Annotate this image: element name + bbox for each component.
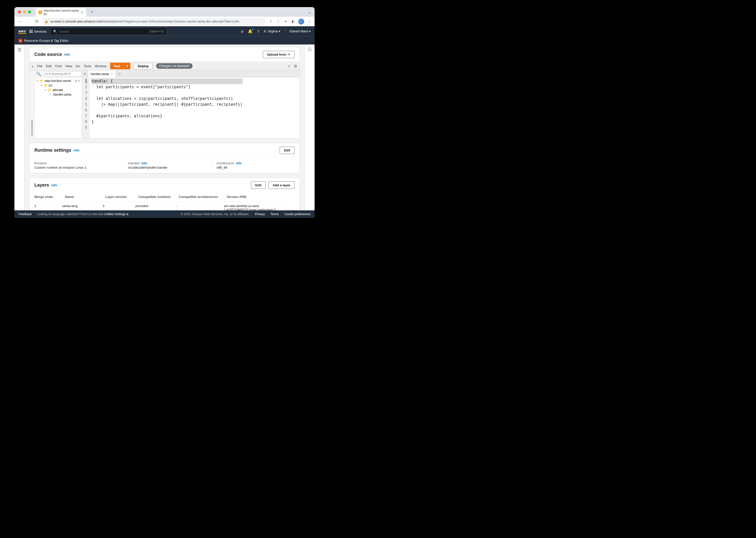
collapse-icon[interactable]: ▴: [32, 64, 34, 68]
tree-src[interactable]: ▼📁src: [35, 83, 82, 88]
unified-settings-link[interactable]: Unified Settings ⧉: [104, 212, 128, 216]
folder-icon: 📁: [44, 84, 48, 87]
aws-top-nav: aws Services 🔍 [Option+S] ⎚ 🔔 ? N. Virgi…: [15, 26, 314, 36]
ide-sidebar: Environment 🔍 ▼📁step-function-secret⚙ ▾ …: [29, 70, 82, 138]
deploy-status: Changes not deployed: [156, 63, 193, 69]
col-merge: Merge order: [34, 195, 60, 199]
grid-icon: [29, 30, 32, 33]
menu-tools[interactable]: Tools: [84, 64, 91, 68]
browser-tab[interactable]: λ step-function-secret-santa-de ×: [36, 8, 86, 17]
info-drawer-icon[interactable]: ⓘ: [308, 47, 312, 214]
terms-link[interactable]: Terms: [270, 212, 279, 216]
tree-root[interactable]: ▼📁step-function-secret⚙ ▾: [35, 79, 82, 83]
profile-avatar[interactable]: [298, 19, 304, 25]
layers-edit-button[interactable]: Edit: [251, 182, 266, 189]
environment-tab[interactable]: Environment: [29, 70, 35, 138]
minimize-window-button[interactable]: [23, 10, 26, 13]
menu-edit[interactable]: Edit: [46, 64, 52, 68]
col-archs: Compatible architectures: [176, 195, 221, 199]
cookie-prefs-link[interactable]: Cookie preferences: [284, 212, 310, 216]
runtime-info-link[interactable]: Info: [74, 149, 79, 152]
deploy-button[interactable]: Deploy: [134, 63, 152, 69]
tree-allocate[interactable]: ▼📁allocate: [35, 88, 82, 92]
maximize-window-button[interactable]: [28, 10, 31, 13]
tab-close-icon[interactable]: ×: [81, 10, 83, 15]
goto-anything-input[interactable]: [43, 71, 81, 76]
file-tree-column: 🔍 ▼📁step-function-secret⚙ ▾ ▼📁src ▼📁allo…: [35, 70, 82, 138]
ide-body: Environment 🔍 ▼📁step-function-secret⚙ ▾ …: [29, 70, 300, 138]
gear-icon[interactable]: ⚙: [294, 64, 297, 69]
notifications-icon[interactable]: 🔔: [248, 29, 253, 34]
resource-groups-label: Resource Groups & Tag Editor: [24, 39, 69, 42]
code-editor[interactable]: 123456789 handle: { let participants = e…: [82, 78, 300, 138]
tabs-expand-icon[interactable]: ⌄: [308, 10, 311, 15]
hamburger-icon[interactable]: ☰: [18, 47, 22, 214]
menu-go[interactable]: Go: [76, 64, 80, 68]
runtime-edit-button[interactable]: Edit: [280, 147, 295, 154]
menu-file[interactable]: File: [37, 64, 42, 68]
runtime-body: Runtime Custom runtime on Amazon Linux 2…: [29, 158, 300, 173]
tree-file-handler[interactable]: 📄handler.santa: [35, 92, 82, 97]
handler-col: Handler Info src/allocate/handler.handle: [123, 161, 206, 169]
feedback-link[interactable]: Feedback: [19, 212, 32, 216]
sidepanel-icon[interactable]: ◧: [291, 19, 296, 24]
reload-button[interactable]: ⟳: [34, 18, 39, 25]
search-input[interactable]: [59, 29, 147, 33]
tree-search-icon[interactable]: 🔍: [36, 72, 42, 76]
external-link-icon: ⧉: [126, 213, 128, 216]
privacy-link[interactable]: Privacy: [255, 212, 265, 216]
region-selector[interactable]: N. Virginia ▾: [264, 29, 280, 33]
chrome-titlebar: λ step-function-secret-santa-de × + ⌄: [15, 7, 314, 17]
caret-down-icon: ▼: [288, 53, 290, 56]
col-version: Layer version: [103, 195, 133, 199]
user-menu[interactable]: Edward Mann ▾: [290, 29, 310, 33]
file-tree: ▼📁step-function-secret⚙ ▾ ▼📁src ▼📁alloca…: [35, 78, 82, 98]
code-source-info-link[interactable]: Info: [65, 53, 70, 56]
runtime-header: Runtime settings Info Edit: [29, 143, 300, 157]
code-text[interactable]: handle: { let participants = event["part…: [89, 78, 244, 138]
file-icon: 📄: [48, 93, 52, 96]
new-tab-button[interactable]: +: [91, 9, 93, 15]
fullscreen-icon[interactable]: ⤢: [287, 64, 291, 69]
editor-tab-close-icon[interactable]: ×: [111, 72, 113, 76]
line-gutter: 123456789: [82, 78, 89, 138]
back-button[interactable]: ←: [17, 18, 23, 25]
editor-tab-handler[interactable]: handler.santa ×: [88, 70, 116, 78]
help-icon[interactable]: ?: [257, 29, 259, 34]
menu-find[interactable]: Find: [55, 64, 61, 68]
runtime-col: Runtime Custom runtime on Amazon Linux 2: [34, 161, 118, 169]
content-area: ☰ Code source Info Upload from▼ ▴ File E…: [15, 44, 314, 214]
add-tab-icon[interactable]: +: [118, 72, 121, 76]
url-text: us-east-1.console.aws.amazon.com/lambda/…: [50, 20, 239, 23]
extensions-icon[interactable]: ✦: [283, 19, 288, 24]
layers-panel: Layers Info Edit Add a layer Merge order…: [29, 178, 300, 214]
layers-info-link[interactable]: Info: [52, 184, 57, 187]
test-dropdown[interactable]: ▼: [123, 65, 130, 68]
add-layer-button[interactable]: Add a layer: [268, 182, 295, 189]
test-button[interactable]: Test: [110, 64, 124, 68]
resource-groups-link[interactable]: ◈ Resource Groups & Tag Editor: [19, 39, 69, 43]
tree-settings-icon[interactable]: ⚙ ▾: [74, 79, 81, 83]
chrome-menu-icon[interactable]: ⋮: [307, 19, 312, 24]
lambda-favicon-icon: λ: [39, 11, 42, 14]
handler-info-link[interactable]: Info: [141, 162, 147, 165]
aws-logo[interactable]: aws: [19, 29, 26, 34]
menu-view[interactable]: View: [65, 64, 72, 68]
arch-info-link[interactable]: Info: [236, 162, 242, 165]
upload-from-button[interactable]: Upload from▼: [263, 51, 295, 58]
editor-tab-label: handler.santa: [91, 72, 109, 76]
close-window-button[interactable]: [18, 10, 21, 13]
menu-window[interactable]: Window: [95, 64, 106, 68]
nav-right: ⎚ 🔔 ? N. Virginia ▾ Edward Mann ▾: [241, 29, 310, 34]
arch-value: x86_64: [216, 166, 295, 169]
aws-search[interactable]: 🔍 [Option+S]: [50, 28, 166, 35]
notification-dot: [252, 28, 254, 30]
forward-button[interactable]: →: [25, 18, 31, 25]
url-bar[interactable]: 🔒 us-east-1.console.aws.amazon.com/lambd…: [42, 18, 266, 25]
tab-options-icon[interactable]: ≡: [82, 72, 88, 76]
cloudshell-icon[interactable]: ⎚: [241, 29, 243, 34]
services-menu[interactable]: Services: [29, 29, 47, 33]
bookmark-icon[interactable]: ☆: [276, 19, 281, 24]
runtime-label: Runtime: [34, 161, 118, 165]
share-icon[interactable]: ⇪: [268, 19, 273, 24]
